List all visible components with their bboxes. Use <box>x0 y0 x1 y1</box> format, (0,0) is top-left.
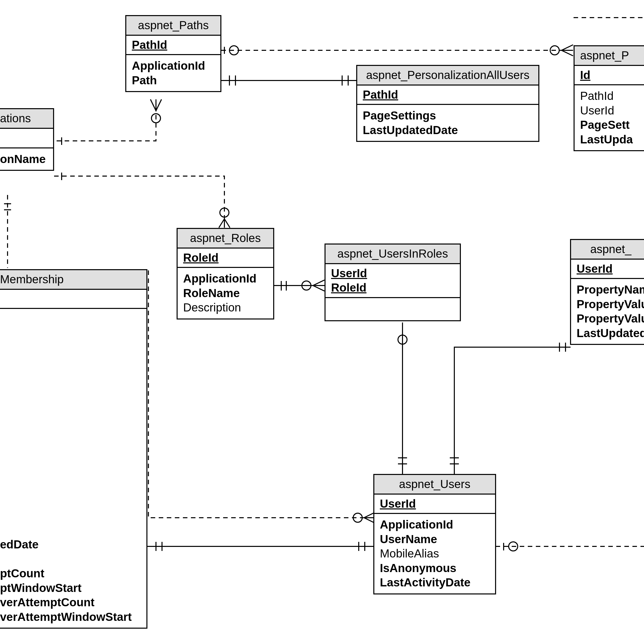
entity-aspnet-personalization-per-user: aspnet_P Id PathId UserId PageSett LastU… <box>574 45 644 151</box>
entity-attrs: onName <box>0 148 53 170</box>
entity-attrs: PathId UserId PageSett LastUpda <box>575 85 644 150</box>
svg-point-2 <box>151 114 160 123</box>
entity-aspnet-roles: aspnet_Roles RoleId ApplicationId RoleNa… <box>177 228 274 319</box>
svg-point-0 <box>229 46 238 55</box>
svg-point-4 <box>353 513 362 522</box>
entity-pk: RoleId <box>178 249 273 268</box>
svg-point-6 <box>398 335 407 344</box>
entity-attrs: PropertyNam PropertyValu PropertyValu La… <box>571 279 644 344</box>
entity-pk <box>0 290 146 309</box>
entity-aspnet-applications: ations onName <box>0 108 54 171</box>
entity-aspnet-profile: aspnet_ UserId PropertyNam PropertyValu … <box>570 239 644 345</box>
entity-pk: PathId <box>126 36 220 55</box>
entity-aspnet-membership: Membership edDate ptCount ptWindowStart … <box>0 269 147 629</box>
entity-title: aspnet_PersonalizationAllUsers <box>357 66 538 86</box>
entity-attrs: ApplicationId RoleName Description <box>178 268 273 318</box>
entity-pk: Id <box>575 66 644 86</box>
entity-pk: PathId <box>357 86 538 105</box>
entity-title: aspnet_ <box>571 240 644 260</box>
entity-aspnet-paths: aspnet_Paths PathId ApplicationId Path <box>125 15 221 92</box>
entity-title: aspnet_Users <box>374 475 495 495</box>
svg-point-5 <box>302 281 311 290</box>
svg-point-3 <box>220 208 229 217</box>
entity-title: aspnet_Paths <box>126 16 220 36</box>
entity-pk: UserId RoleId <box>326 264 460 298</box>
entity-aspnet-users-in-roles: aspnet_UsersInRoles UserId RoleId <box>325 244 461 321</box>
entity-attrs: ApplicationId Path <box>126 55 220 91</box>
entity-title: Membership <box>0 270 146 290</box>
svg-point-1 <box>550 46 559 55</box>
entity-title: aspnet_UsersInRoles <box>326 245 460 264</box>
entity-aspnet-users: aspnet_Users UserId ApplicationId UserNa… <box>373 474 496 594</box>
svg-point-7 <box>509 542 518 551</box>
entity-title: ations <box>0 109 53 129</box>
entity-aspnet-personalization-all-users: aspnet_PersonalizationAllUsers PathId Pa… <box>356 65 539 142</box>
entity-attrs: edDate ptCount ptWindowStart verAttemptC… <box>0 309 146 628</box>
entity-attrs: ApplicationId UserName MobileAlias IsAno… <box>374 514 495 593</box>
entity-attrs <box>326 298 460 320</box>
entity-pk <box>0 129 53 148</box>
entity-pk: UserId <box>571 260 644 279</box>
entity-title: aspnet_P <box>575 46 644 66</box>
entity-attrs: PageSettings LastUpdatedDate <box>357 105 538 141</box>
entity-pk: UserId <box>374 495 495 514</box>
entity-title: aspnet_Roles <box>178 229 273 249</box>
